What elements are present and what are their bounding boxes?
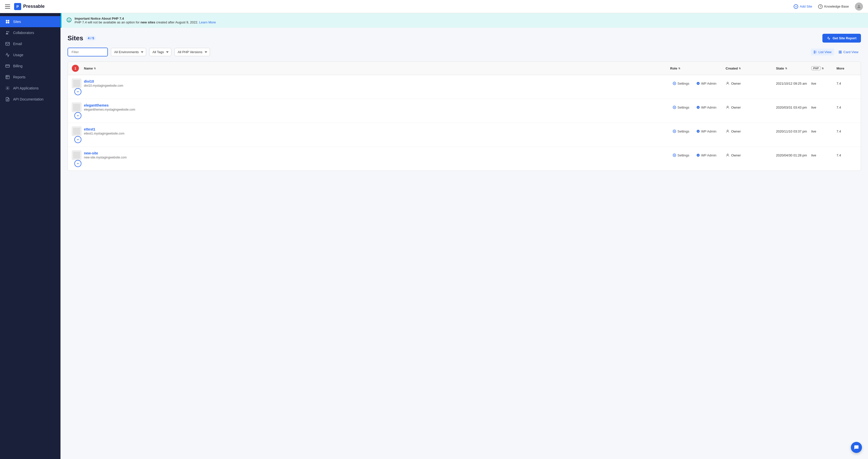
header-php[interactable]: PHP ⇅ [811,66,837,70]
state-value: live [811,130,816,133]
site-name-link[interactable]: divi10 [84,79,670,84]
sidebar-item-api-applications[interactable]: API Applications [0,83,61,94]
chevron-down-icon [76,114,80,118]
tags-select[interactable]: All Tags [149,48,172,56]
svg-rect-4 [8,22,9,24]
more-button[interactable] [74,136,82,143]
header-name-label: Name [84,66,93,70]
sidebar-item-usage[interactable]: Usage [0,50,61,61]
view-toggle: List View Card View [811,48,861,56]
settings-button[interactable]: Settings [670,152,692,159]
sidebar-item-collaborators[interactable]: Collaborators [0,27,61,38]
created-cell: 2020/03/31 03:43 pm [776,105,811,109]
env-select[interactable]: All Environments [111,48,146,56]
person-icon [725,105,730,109]
get-site-report-button[interactable]: Get Site Report [823,34,861,42]
header-state[interactable]: State ⇅ [776,66,811,70]
svg-text:W: W [698,106,699,108]
sidebar-item-reports[interactable]: Reports [0,71,61,83]
page-title: Sites [67,34,83,42]
svg-point-31 [674,107,675,108]
sites-icon [5,19,10,24]
state-value: live [811,105,816,109]
svg-text:W: W [698,155,699,156]
site-name-link[interactable]: new-site [84,151,670,155]
state-value: live [811,154,816,157]
header-name[interactable]: Name ⇅ [84,66,670,70]
add-site-icon: + [794,4,798,9]
svg-rect-20 [814,52,815,53]
list-view-icon [813,51,817,54]
site-name-link[interactable]: ettest1 [84,127,670,131]
user-avatar[interactable] [855,2,863,10]
notice-icon [66,18,71,24]
chat-bubble-button[interactable] [851,442,862,453]
hamburger-menu[interactable] [5,4,10,8]
site-actions: Settings W WP Admin [670,80,725,87]
site-url: ettest1.mystagingwebsite.com [84,132,670,135]
sidebar-item-email[interactable]: Email [0,38,61,50]
php-cell: 7.4 [837,105,857,109]
header-php-label: PHP [811,66,820,70]
notice-title: Important Notice About PHP 7.4 [74,17,124,21]
knowledge-base-button[interactable]: ? Knowledge Base [818,4,849,9]
more-button[interactable] [74,88,82,95]
get-report-label: Get Site Report [833,36,857,40]
svg-rect-25 [839,52,840,53]
layout: Sites Collaborators Email Usage Billing [0,13,868,459]
email-icon [5,41,10,46]
role-cell: Owner [725,129,776,133]
notice-learn-more[interactable]: Learn More [199,21,216,24]
php-select[interactable]: All PHP Versions [175,48,210,56]
list-view-button[interactable]: List View [811,48,834,56]
sidebar-item-billing[interactable]: Billing [0,61,61,71]
wp-admin-button[interactable]: W WP Admin [694,80,719,87]
site-name-link[interactable]: elegantthemes [84,103,670,107]
logo-text: Pressable [23,4,44,9]
header-state-label: State [776,66,784,70]
filter-input[interactable] [67,47,108,57]
card-view-button[interactable]: Card View [836,48,861,56]
more-button[interactable] [74,112,82,119]
more-cell [72,160,84,167]
filters-left: All Environments All Tags All PHP Versio… [67,47,210,57]
created-date: 2020/11/10 03:37 pm [776,130,807,133]
usage-icon [5,53,10,58]
php-cell: 7.4 [837,130,857,133]
php-value: 7.4 [837,130,841,133]
svg-point-42 [727,154,728,155]
notice-text: Important Notice About PHP 7.4 PHP 7.4 w… [74,17,216,24]
sidebar-item-api-documentation[interactable]: API Documentation [0,94,61,105]
wp-admin-label: WP Admin [701,154,716,157]
state-cell: live [811,130,837,133]
svg-point-13 [7,88,8,89]
svg-point-39 [674,155,675,156]
wp-admin-button[interactable]: W WP Admin [694,104,719,111]
row-count-badge: 1 [72,65,79,72]
add-site-button[interactable]: + Add Site [794,4,812,9]
header-created[interactable]: Created ⇅ [725,66,776,70]
settings-button[interactable]: Settings [670,128,692,135]
sidebar-label-api-documentation: API Documentation [13,97,43,101]
page-content: Sites 4 / 5 Get Site Report All Environm… [61,28,868,177]
thumb-image [73,128,80,135]
settings-button[interactable]: Settings [670,104,692,111]
more-cell [72,112,84,119]
sidebar-label-usage: Usage [13,53,23,57]
site-actions: Settings W WP Admin [670,104,725,111]
card-view-icon [838,51,842,54]
state-cell: live [811,154,837,157]
person-icon [725,153,730,157]
header-role[interactable]: Role ⇅ [670,66,725,70]
wp-admin-icon: W [696,81,700,85]
wp-admin-button[interactable]: W WP Admin [694,128,719,135]
settings-button[interactable]: Settings [670,80,692,87]
role-label: Owner [731,154,741,157]
role-label: Owner [731,130,741,133]
sidebar-item-sites[interactable]: Sites [0,16,61,27]
sidebar: Sites Collaborators Email Usage Billing [0,13,61,459]
wp-admin-button[interactable]: W WP Admin [694,152,719,159]
more-button[interactable] [74,160,82,167]
svg-text:W: W [698,83,699,84]
person-icon [725,129,730,133]
